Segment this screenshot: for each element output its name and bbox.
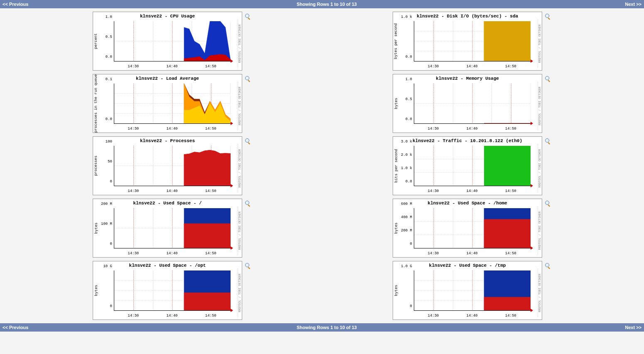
chart-panel-opt: klnsve22 - Used Space - /opt bytes 010 G…	[93, 261, 242, 320]
y-axis-label: processes	[94, 137, 98, 195]
x-ticks: 14:3014:4014:50	[114, 251, 230, 256]
chart-title: klnsve22 - Processes	[93, 137, 242, 144]
zoom-icon[interactable]	[245, 200, 251, 207]
axis-arrow-icon	[531, 309, 533, 312]
plot-area	[114, 146, 231, 186]
rrdtool-tag: RRDTOOL / TOBI OETIKER	[538, 82, 541, 130]
axis-arrow-icon	[231, 59, 233, 63]
svg-point-76	[546, 14, 549, 18]
rrdtool-tag: RRDTOOL / TOBI OETIKER	[238, 206, 241, 255]
zoom-icon[interactable]	[545, 200, 551, 207]
plot-area	[414, 270, 531, 311]
x-ticks: 14:3014:4014:50	[414, 64, 530, 69]
zoom-icon[interactable]	[245, 13, 251, 20]
x-ticks: 14:3014:4014:50	[414, 314, 530, 319]
svg-point-88	[546, 76, 549, 80]
rrdtool-tag: RRDTOOL / TOBI OETIKER	[538, 206, 541, 255]
svg-rect-77	[548, 17, 550, 20]
plot-area	[114, 208, 231, 248]
svg-rect-63	[248, 267, 250, 269]
zoom-icon[interactable]	[545, 13, 551, 20]
next-link[interactable]: Next >>	[625, 0, 642, 8]
svg-point-36	[246, 139, 249, 143]
chart-row-root: klnsve22 - Used Space - / bytes 0100 M20…	[93, 199, 251, 258]
svg-rect-102	[548, 142, 550, 145]
rrdtool-tag: RRDTOOL / TOBI OETIKER	[538, 269, 541, 317]
y-axis-label: bytes per second	[394, 12, 398, 70]
svg-point-48	[246, 201, 249, 205]
y-axis-label: bytes	[394, 199, 398, 257]
zoom-icon[interactable]	[245, 263, 251, 269]
zoom-icon[interactable]	[545, 263, 551, 269]
svg-rect-49	[248, 204, 250, 207]
y-ticks: 0.01.0 k2.0 k3.0 k	[398, 146, 413, 186]
zoom-icon[interactable]	[545, 76, 551, 82]
rrdtool-tag: RRDTOOL / TOBI OETIKER	[238, 144, 241, 192]
y-ticks: 0.00.51.0	[98, 21, 113, 61]
chart-row-traf: klnsve22 - Traffic - 10.201.8.122 (eth0)…	[393, 136, 551, 195]
svg-rect-25	[248, 80, 250, 82]
axis-arrow-icon	[231, 246, 233, 250]
plot-area	[414, 208, 531, 248]
y-ticks: 0.01.0 k	[398, 21, 413, 61]
y-axis-label: bytes	[394, 261, 398, 320]
chart-panel-load: klnsve22 - Load Average processes in the…	[93, 74, 242, 133]
chart-panel-traf: klnsve22 - Traffic - 10.201.8.122 (eth0)…	[393, 136, 542, 195]
chart-panel-disk: klnsve22 - Disk I/O (bytes/sec) - sda by…	[393, 12, 542, 71]
y-axis-label: bytes	[394, 74, 398, 133]
chart-title: klnsve22 - Memory Usage	[393, 74, 542, 82]
zoom-icon[interactable]	[545, 138, 551, 145]
y-axis-label: percent	[94, 12, 98, 70]
rrdtool-tag: RRDTOOL / TOBI OETIKER	[238, 269, 241, 317]
svg-point-24	[246, 76, 249, 80]
svg-point-101	[546, 139, 549, 143]
x-ticks: 14:3014:4014:50	[114, 64, 230, 69]
chart-row-disk: klnsve22 - Disk I/O (bytes/sec) - sda by…	[393, 12, 551, 71]
y-ticks: 010 G	[98, 270, 113, 310]
x-ticks: 14:3014:4014:50	[114, 127, 230, 132]
axis-arrow-icon	[531, 246, 533, 250]
next-link-bottom[interactable]: Next >>	[625, 323, 642, 332]
prev-link-bottom[interactable]: << Previous	[2, 323, 28, 332]
x-ticks: 14:3014:4014:50	[114, 314, 230, 319]
chart-title: klnsve22 - Load Average	[93, 74, 242, 82]
svg-point-62	[246, 263, 249, 267]
x-ticks: 14:3014:4014:50	[414, 251, 530, 256]
navbar-bottom: << Previous Showing Rows 1 to 10 of 13 N…	[0, 323, 644, 332]
y-axis-label: processes in the run queue	[94, 74, 98, 133]
svg-rect-11	[248, 17, 250, 20]
chart-panel-mem: klnsve22 - Memory Usage bytes 0.00.51.0 …	[393, 74, 542, 133]
axis-arrow-icon	[531, 184, 533, 187]
chart-row-opt: klnsve22 - Used Space - /opt bytes 010 G…	[93, 261, 251, 320]
chart-title: klnsve22 - Disk I/O (bytes/sec) - sda	[393, 12, 542, 20]
y-axis-label: bits per second	[394, 137, 398, 195]
axis-arrow-icon	[231, 122, 233, 125]
svg-rect-115	[548, 204, 550, 207]
y-ticks: 01.0 G	[398, 270, 413, 310]
svg-rect-129	[548, 267, 550, 269]
svg-point-128	[546, 263, 549, 267]
rrdtool-tag: RRDTOOL / TOBI OETIKER	[238, 82, 241, 130]
chart-row-tmp: klnsve22 - Used Space - /tmp bytes 01.0 …	[393, 261, 551, 320]
x-ticks: 14:3014:4014:50	[414, 189, 530, 194]
plot-area	[414, 84, 531, 124]
rrdtool-tag: RRDTOOL / TOBI OETIKER	[538, 144, 541, 192]
chart-title: klnsve22 - Traffic - 10.201.8.122 (eth0)	[393, 137, 542, 144]
y-ticks: 0100 M200 M	[98, 208, 113, 248]
y-ticks: 050100	[98, 146, 113, 186]
x-ticks: 14:3014:4014:50	[414, 127, 530, 132]
axis-arrow-icon	[231, 309, 233, 312]
chart-title: klnsve22 - Used Space - /tmp	[393, 261, 542, 269]
y-axis-label: bytes	[94, 261, 98, 320]
zoom-icon[interactable]	[245, 76, 251, 82]
rows-status-bottom: Showing Rows 1 to 10 of 13	[297, 323, 357, 332]
chart-row-load: klnsve22 - Load Average processes in the…	[93, 74, 251, 133]
rrdtool-tag: RRDTOOL / TOBI OETIKER	[538, 20, 541, 68]
axis-arrow-icon	[231, 184, 233, 187]
plot-area	[114, 21, 231, 61]
chart-panel-tmp: klnsve22 - Used Space - /tmp bytes 01.0 …	[393, 261, 542, 320]
y-axis-label: bytes	[94, 199, 98, 257]
prev-link[interactable]: << Previous	[2, 0, 28, 8]
zoom-icon[interactable]	[245, 138, 251, 145]
chart-title: klnsve22 - Used Space - /opt	[93, 261, 242, 269]
